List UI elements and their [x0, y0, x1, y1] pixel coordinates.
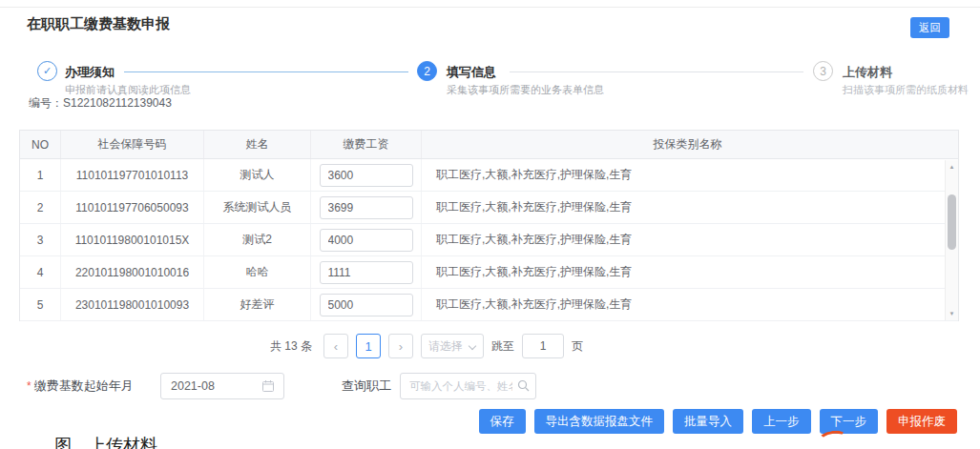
cell-ssn: 230101198001010093 — [61, 289, 204, 320]
save-button[interactable]: 保存 — [479, 409, 526, 434]
cell-no: 4 — [20, 256, 61, 288]
back-button[interactable]: 返回 — [910, 17, 949, 38]
query-label: 查询职工 — [342, 373, 391, 399]
cell-category: 职工医疗,大额,补充医疗,护理保险,生育 — [422, 224, 958, 255]
table-scrollbar: ▲ ▼ — [945, 160, 958, 320]
prev-page-button[interactable]: ‹ — [323, 334, 348, 358]
step-connector-2 — [510, 71, 803, 72]
step2-label: 填写信息 — [447, 64, 496, 81]
employee-table: NO 社会保障号码 姓名 缴费工资 投保类别名称 1 1101011977010… — [19, 130, 959, 321]
calendar-icon — [262, 380, 274, 392]
table-row: 5 230101198001010093 好差评 职工医疗,大额,补充医疗,护理… — [20, 289, 958, 321]
step1-label: 办理须知 — [65, 64, 115, 81]
cell-name: 哈哈 — [204, 256, 311, 288]
page-size-placeholder: 请选择 — [428, 338, 463, 355]
search-icon — [517, 379, 530, 392]
chevron-right-icon: › — [399, 339, 403, 354]
cell-category: 职工医疗,大额,补充医疗,护理保险,生育 — [422, 256, 958, 288]
step3-label: 上传材料 — [843, 64, 892, 81]
table-row: 1 110101197701010113 测试人 职工医疗,大额,补充医疗,护理… — [20, 159, 958, 192]
page-size-select[interactable]: 请选择 — [421, 334, 484, 358]
scroll-up-icon[interactable]: ▲ — [946, 162, 958, 172]
step3-circle: 3 — [813, 61, 833, 81]
salary-input[interactable] — [320, 164, 413, 187]
cell-ssn: 110101197706050093 — [61, 192, 204, 223]
step2-desc: 采集该事项所需要的业务表单信息 — [447, 83, 604, 97]
base-month-label: *缴费基数起始年月 — [27, 373, 134, 399]
cell-ssn: 110101197701010113 — [61, 159, 204, 191]
chevron-left-icon: ‹ — [334, 339, 338, 354]
scroll-down-icon[interactable]: ▼ — [946, 309, 958, 318]
table-row: 2 110101197706050093 系统测试人员 职工医疗,大额,补充医疗… — [20, 192, 958, 224]
col-salary: 缴费工资 — [311, 131, 422, 158]
next-step-button[interactable]: 下一步 — [820, 409, 879, 434]
jump-label: 跳至 — [491, 338, 514, 355]
previous-step-button[interactable]: 上一步 — [752, 409, 811, 434]
cell-no: 2 — [20, 192, 61, 223]
figure-caption: 图 上传材料 — [54, 434, 157, 449]
base-month-label-text: 缴费基数起始年月 — [34, 378, 134, 393]
cell-no: 1 — [20, 159, 61, 191]
cell-name: 测试2 — [204, 224, 311, 255]
col-no: NO — [20, 131, 61, 158]
cell-name: 好差评 — [204, 289, 311, 320]
page-title: 在职职工缴费基数申报 — [27, 15, 170, 33]
cell-ssn: 11010119800101015X — [61, 224, 204, 255]
page-number-button[interactable]: 1 — [356, 334, 381, 358]
employee-search — [400, 373, 536, 399]
step1-circle: ✓ — [37, 61, 57, 81]
table-row: 3 11010119800101015X 测试2 职工医疗,大额,补充医疗,护理… — [20, 224, 958, 256]
scrollbar-thumb[interactable] — [948, 194, 956, 250]
table-header-row: NO 社会保障号码 姓名 缴费工资 投保类别名称 — [20, 131, 958, 159]
cell-name: 系统测试人员 — [204, 192, 311, 223]
cell-no: 5 — [20, 289, 61, 320]
salary-input[interactable] — [320, 261, 413, 284]
step-connector-1 — [124, 71, 408, 72]
required-mark: * — [27, 379, 31, 393]
salary-input[interactable] — [320, 294, 413, 316]
action-bar: 保存 导出含数据报盘文件 批量导入 上一步 下一步 申报作废 — [479, 409, 958, 434]
void-declaration-button[interactable]: 申报作废 — [886, 409, 957, 434]
pagination-total: 共 13 条 — [270, 338, 312, 355]
cell-no: 3 — [20, 224, 61, 255]
jump-unit: 页 — [572, 338, 583, 355]
table-row: 4 220101198001010016 哈哈 职工医疗,大额,补充医疗,护理保… — [20, 256, 958, 289]
declaration-page: 在职职工缴费基数申报 返回 ✓ 办理须知 申报前请认真阅读此项信息 编号：S12… — [0, 0, 980, 449]
cell-name: 测试人 — [204, 159, 311, 191]
cell-ssn: 220101198001010016 — [61, 256, 204, 288]
col-ssn: 社会保障号码 — [61, 131, 204, 158]
pagination: 共 13 条 ‹ 1 › 请选择 跳至 页 — [270, 333, 583, 359]
cell-category: 职工医疗,大额,补充医疗,护理保险,生育 — [422, 289, 958, 320]
col-category: 投保类别名称 — [422, 131, 958, 158]
check-icon: ✓ — [43, 65, 52, 77]
chevron-down-icon — [469, 342, 476, 350]
cell-category: 职工医疗,大额,补充医疗,护理保险,生育 — [422, 159, 958, 191]
salary-input[interactable] — [320, 229, 413, 252]
step2-circle: 2 — [417, 61, 437, 81]
jump-page-input[interactable] — [522, 334, 564, 358]
step3-desc: 扫描该事项所需的纸质材料 — [843, 83, 969, 97]
employee-search-input[interactable] — [400, 373, 536, 399]
cell-category: 职工医疗,大额,补充医疗,护理保险,生育 — [422, 192, 958, 223]
salary-input[interactable] — [320, 196, 413, 219]
col-name: 姓名 — [204, 131, 311, 158]
batch-import-button[interactable]: 批量导入 — [673, 409, 743, 434]
base-month-value: 2021-08 — [171, 379, 262, 393]
next-page-button[interactable]: › — [388, 334, 413, 358]
serial-number: 编号：S1221082112139043 — [29, 95, 172, 112]
top-divider — [0, 7, 980, 8]
export-data-file-button[interactable]: 导出含数据报盘文件 — [534, 409, 665, 434]
base-month-picker[interactable]: 2021-08 — [160, 373, 284, 399]
